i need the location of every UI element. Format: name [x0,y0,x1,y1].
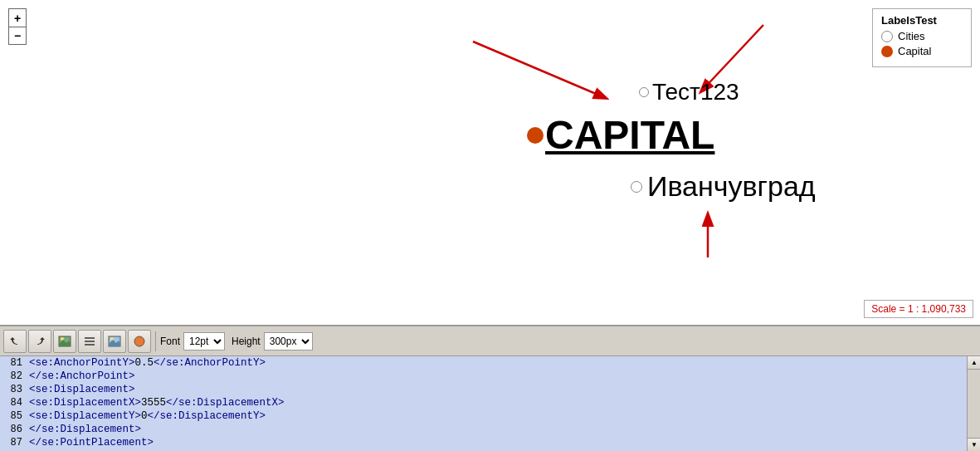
line-num-82: 82 [0,370,29,382]
label-ivan: Иванчувград [631,170,816,203]
code-lines: 81 <se:AnchorPointY>0.5</se:AnchorPointY… [0,356,980,449]
height-select[interactable]: 100px 200px 300px 400px 500px [264,332,313,351]
map-labels: Тест123 CAPITAL Иванчувград [0,0,980,325]
toolbar-btn-redo[interactable] [28,330,51,353]
legend-title: LabelsTest [881,14,963,27]
color-icon [133,335,146,348]
ivan-text: Иванчувград [647,170,816,203]
line-content-87: </se:PointPlacement> [29,437,154,449]
capital-icon [881,46,893,57]
line-content-84: <se:DisplacementX>3555</se:DisplacementX… [29,397,285,409]
cities-icon [881,31,893,42]
line-content-83: <se:Displacement> [29,384,135,395]
scale-bar: Scale = 1 : 1,090,733 [864,300,973,318]
line-num-84: 84 [0,397,29,409]
zoom-in-button[interactable]: + [8,8,27,27]
scroll-down-button[interactable]: ▼ [968,438,980,451]
line-num-81: 81 [0,357,29,369]
line-num-87: 87 [0,437,29,449]
scroll-up-button[interactable]: ▲ [968,356,980,370]
code-line-83: 83 <se:Displacement> [0,383,980,396]
svg-point-5 [61,337,64,341]
redo-icon [33,335,46,348]
cities-label: Cities [898,30,925,42]
image1-icon [58,336,71,347]
code-line-82: 82 </se:AnchorPoint> [0,370,980,383]
scale-label: Scale = [871,303,908,315]
code-line-86: 86 </se:Displacement> [0,423,980,436]
code-editor[interactable]: 81 <se:AnchorPointY>0.5</se:AnchorPointY… [0,356,980,451]
scale-ratio: : 1,090,733 [914,303,966,315]
toolbar-btn-image2[interactable] [103,330,126,353]
editor-scrollbar[interactable]: ▲ ▼ [967,356,980,451]
test-text: Тест123 [652,79,739,105]
line-content-85: <se:DisplacementY>0</se:DisplacementY> [29,410,266,422]
toolbar-btn-color[interactable] [128,330,151,353]
label-capital: CAPITAL [527,112,714,158]
toolbar-separator [155,331,156,351]
line-num-86: 86 [0,424,29,435]
scale-value: 1 [908,303,914,315]
code-line-84: 84 <se:DisplacementX>3555</se:Displaceme… [0,396,980,409]
image2-icon [108,336,121,347]
code-line-87: 87 </se:PointPlacement> [0,436,980,449]
capital-dot [527,127,544,144]
line-content-81: <se:AnchorPointY>0.5</se:AnchorPointY> [29,357,266,369]
toolbar: Font 8pt 10pt 12pt 14pt 16pt Height 100p… [0,326,980,356]
capital-text: CAPITAL [545,112,714,158]
line-num-83: 83 [0,384,29,395]
line-content-82: </se:AnchorPoint> [29,370,135,382]
ivan-dot [631,181,642,193]
legend-box: LabelsTest Cities Capital [872,8,972,67]
line-content-86: </se:Displacement> [29,424,141,435]
test-dot [639,87,649,97]
label-test: Тест123 [639,79,739,105]
svg-point-13 [134,336,144,346]
list-icon [84,336,95,347]
toolbar-btn-image1[interactable] [53,330,76,353]
height-label: Height [232,336,261,347]
capital-label: Capital [898,45,931,57]
line-num-85: 85 [0,410,29,422]
toolbar-btn-undo[interactable] [3,330,27,353]
code-line-85: 85 <se:DisplacementY>0</se:DisplacementY… [0,409,980,423]
legend-item-cities: Cities [881,30,963,42]
code-line-81: 81 <se:AnchorPointY>0.5</se:AnchorPointY… [0,356,980,370]
font-label: Font [160,336,180,347]
font-select[interactable]: 8pt 10pt 12pt 14pt 16pt [183,332,225,351]
toolbar-btn-list[interactable] [78,330,101,353]
zoom-out-button[interactable]: − [8,27,27,45]
map-container: + − LabelsTest Cities Capital [0,0,980,326]
zoom-controls: + − [8,8,27,45]
legend-item-capital: Capital [881,45,963,57]
undo-icon [8,335,22,348]
